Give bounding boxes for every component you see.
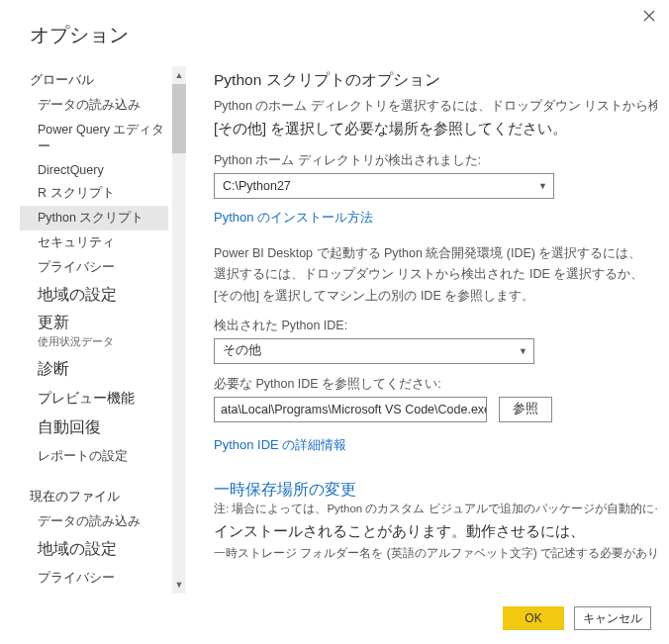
ide-path-input[interactable]: ata\Local\Programs\Microsoft VS Code\Cod…: [214, 397, 487, 422]
dialog-title: オプション: [0, 0, 669, 48]
scroll-up-icon[interactable]: ▲: [172, 68, 186, 82]
intro-line-2: [その他] を選択して必要な場所を参照してください。: [214, 118, 657, 139]
nav-preview[interactable]: プレビュー機能: [20, 385, 168, 413]
ide-line-3: [その他] を選択してマシン上の別の IDE を参照します。: [214, 287, 657, 306]
temp-note-3: 一時ストレージ フォルダー名を (英語のアルファベット文字) で記述する必要があ…: [214, 544, 657, 563]
ide-path-value: ata\Local\Programs\Microsoft VS Code\Cod…: [221, 403, 487, 416]
nav-directquery[interactable]: DirectQuery: [20, 159, 168, 181]
nav-cur-privacy[interactable]: プライバシー: [20, 565, 168, 591]
section-heading: Python スクリプトのオプション: [214, 70, 657, 91]
nav-diagnostics[interactable]: 診断: [20, 354, 168, 385]
intro-line-1: Python のホーム ディレクトリを選択するには、ドロップダウン リストから検…: [214, 97, 657, 116]
ide-path-label: 必要な Python IDE を参照してください:: [214, 376, 657, 393]
content-pane: Python スクリプトのオプション Python のホーム ディレクトリを選択…: [186, 66, 669, 594]
nav-power-query[interactable]: Power Query エディター: [20, 118, 168, 159]
install-guide-link[interactable]: Python のインストール方法: [214, 209, 373, 227]
nav-cur-regional[interactable]: 地域の設定: [20, 534, 168, 565]
ide-line-1: Power BI Desktop で起動する Python 統合開発環境 (ID…: [214, 244, 657, 263]
nav-python-script[interactable]: Python スクリプト: [20, 206, 168, 230]
nav-usage-data[interactable]: 使用状況データ: [20, 333, 168, 354]
close-button[interactable]: [639, 6, 659, 26]
chevron-down-icon: ▼: [538, 181, 547, 191]
nav-autorecover[interactable]: 自動回復: [20, 413, 168, 443]
sidebar-section-global: グローバル: [20, 66, 168, 93]
ide-line-2: 選択するには、ドロップダウン リストから検出された IDE を選択するか、: [214, 265, 657, 284]
nav-cur-data-load[interactable]: データの読み込み: [20, 509, 168, 534]
ide-select-label: 検出された Python IDE:: [214, 318, 657, 334]
nav-regional[interactable]: 地域の設定: [20, 280, 168, 311]
chevron-down-icon: ▼: [519, 346, 527, 356]
sidebar-scrollbar[interactable]: ▲ ▼: [172, 66, 186, 594]
temp-note-1: 注: 場合によっては、Python のカスタム ビジュアルで追加のパッケージが自…: [214, 501, 657, 518]
nav-security[interactable]: セキュリティ: [20, 230, 168, 255]
ide-select[interactable]: その他 ▼: [214, 338, 534, 364]
home-dir-label: Python ホーム ディレクトリが検出されました:: [214, 152, 657, 169]
home-dir-value: C:\Python27: [223, 179, 291, 193]
temp-note-2: インストールされることがあります。動作させるには、: [214, 520, 657, 542]
ide-details-link[interactable]: Python IDE の詳細情報: [214, 436, 346, 454]
temp-storage-link[interactable]: 一時保存場所の変更: [214, 480, 657, 501]
scroll-down-icon[interactable]: ▼: [172, 578, 186, 592]
nav-report-settings[interactable]: レポートの設定: [20, 443, 168, 469]
home-dir-select[interactable]: C:\Python27 ▼: [214, 173, 554, 199]
nav-cur-autorecover[interactable]: 自動回復: [20, 591, 168, 594]
nav-update[interactable]: 更新: [20, 311, 168, 333]
nav-data-load[interactable]: データの読み込み: [20, 93, 168, 118]
scrollbar-thumb[interactable]: [172, 84, 186, 153]
cancel-button[interactable]: キャンセル: [574, 606, 651, 630]
ok-button[interactable]: OK: [503, 606, 564, 630]
ide-select-value: その他: [223, 342, 261, 359]
sidebar-section-current: 現在のファイル: [20, 483, 168, 509]
nav-privacy[interactable]: プライバシー: [20, 255, 168, 280]
sidebar: ▲ ▼ グローバル データの読み込み Power Query エディター Dir…: [20, 66, 186, 594]
nav-r-script[interactable]: R スクリプト: [20, 181, 168, 206]
browse-button[interactable]: 参照: [499, 397, 552, 422]
